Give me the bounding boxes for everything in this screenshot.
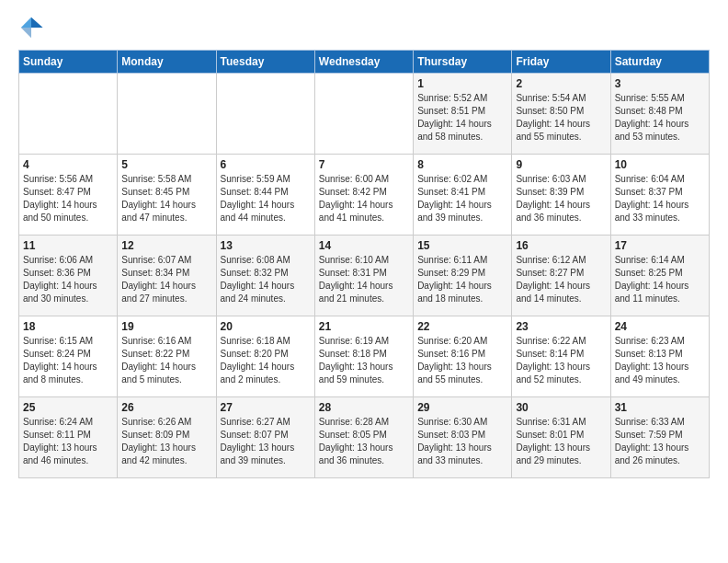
calendar-cell: 13Sunrise: 6:08 AM Sunset: 8:32 PM Dayli… [216, 236, 314, 316]
calendar-cell: 23Sunrise: 6:22 AM Sunset: 8:14 PM Dayli… [512, 316, 610, 397]
calendar-body: 1Sunrise: 5:52 AM Sunset: 8:51 PM Daylig… [19, 74, 710, 478]
day-number: 22 [417, 320, 507, 333]
day-number: 7 [319, 158, 409, 171]
day-info: Sunrise: 6:27 AM Sunset: 8:07 PM Dayligh… [221, 416, 311, 467]
calendar-cell: 8Sunrise: 6:02 AM Sunset: 8:41 PM Daylig… [414, 155, 512, 236]
day-info: Sunrise: 6:16 AM Sunset: 8:22 PM Dayligh… [121, 335, 211, 386]
day-number: 11 [23, 239, 113, 252]
calendar-cell: 30Sunrise: 6:31 AM Sunset: 8:01 PM Dayli… [512, 397, 610, 478]
day-number: 5 [121, 158, 211, 171]
calendar-cell: 10Sunrise: 6:04 AM Sunset: 8:37 PM Dayli… [610, 155, 709, 236]
weekday-header-row: SundayMondayTuesdayWednesdayThursdayFrid… [19, 51, 710, 74]
day-info: Sunrise: 6:31 AM Sunset: 8:01 PM Dayligh… [516, 416, 606, 467]
day-number: 30 [516, 401, 606, 414]
day-info: Sunrise: 6:28 AM Sunset: 8:05 PM Dayligh… [319, 416, 409, 467]
calendar-cell: 12Sunrise: 6:07 AM Sunset: 8:34 PM Dayli… [118, 236, 216, 316]
calendar-cell: 15Sunrise: 6:11 AM Sunset: 8:29 PM Dayli… [414, 236, 512, 316]
calendar-cell: 3Sunrise: 5:55 AM Sunset: 8:48 PM Daylig… [610, 74, 709, 155]
weekday-thursday: Thursday [414, 51, 512, 74]
day-info: Sunrise: 6:02 AM Sunset: 8:41 PM Dayligh… [417, 173, 507, 224]
day-number: 16 [516, 239, 606, 252]
day-number: 23 [516, 320, 606, 333]
calendar-header: SundayMondayTuesdayWednesdayThursdayFrid… [19, 51, 710, 74]
day-number: 26 [121, 401, 211, 414]
day-number: 6 [221, 158, 311, 171]
calendar-cell: 22Sunrise: 6:20 AM Sunset: 8:16 PM Dayli… [414, 316, 512, 397]
day-info: Sunrise: 5:52 AM Sunset: 8:51 PM Dayligh… [417, 92, 507, 144]
day-number: 14 [319, 239, 409, 252]
calendar-cell: 28Sunrise: 6:28 AM Sunset: 8:05 PM Dayli… [314, 397, 413, 478]
day-info: Sunrise: 6:22 AM Sunset: 8:14 PM Dayligh… [516, 335, 606, 386]
calendar-cell: 11Sunrise: 6:06 AM Sunset: 8:36 PM Dayli… [19, 236, 118, 316]
week-row-1: 1Sunrise: 5:52 AM Sunset: 8:51 PM Daylig… [19, 74, 710, 155]
calendar-cell: 2Sunrise: 5:54 AM Sunset: 8:50 PM Daylig… [512, 74, 610, 155]
day-number: 3 [615, 77, 705, 90]
calendar-cell [19, 74, 118, 155]
calendar-cell: 5Sunrise: 5:58 AM Sunset: 8:45 PM Daylig… [118, 155, 216, 236]
calendar-cell: 17Sunrise: 6:14 AM Sunset: 8:25 PM Dayli… [610, 236, 709, 316]
day-info: Sunrise: 6:07 AM Sunset: 8:34 PM Dayligh… [121, 254, 211, 305]
day-number: 10 [615, 158, 705, 171]
day-info: Sunrise: 6:24 AM Sunset: 8:11 PM Dayligh… [23, 416, 113, 467]
calendar-cell: 7Sunrise: 6:00 AM Sunset: 8:42 PM Daylig… [314, 155, 413, 236]
day-info: Sunrise: 6:10 AM Sunset: 8:31 PM Dayligh… [319, 254, 409, 305]
day-number: 31 [615, 401, 705, 414]
day-info: Sunrise: 6:06 AM Sunset: 8:36 PM Dayligh… [23, 254, 113, 305]
day-info: Sunrise: 6:18 AM Sunset: 8:20 PM Dayligh… [221, 335, 311, 386]
svg-marker-1 [21, 17, 31, 28]
logo [18, 15, 48, 40]
calendar-cell [216, 74, 314, 155]
calendar-cell: 24Sunrise: 6:23 AM Sunset: 8:13 PM Dayli… [610, 316, 709, 397]
day-number: 28 [319, 401, 409, 414]
header [18, 15, 710, 40]
calendar-cell: 16Sunrise: 6:12 AM Sunset: 8:27 PM Dayli… [512, 236, 610, 316]
calendar-cell: 1Sunrise: 5:52 AM Sunset: 8:51 PM Daylig… [414, 74, 512, 155]
day-info: Sunrise: 6:00 AM Sunset: 8:42 PM Dayligh… [319, 173, 409, 224]
day-info: Sunrise: 6:03 AM Sunset: 8:39 PM Dayligh… [516, 173, 606, 224]
day-info: Sunrise: 6:12 AM Sunset: 8:27 PM Dayligh… [516, 254, 606, 305]
weekday-tuesday: Tuesday [216, 51, 314, 74]
calendar-cell: 18Sunrise: 6:15 AM Sunset: 8:24 PM Dayli… [19, 316, 118, 397]
day-info: Sunrise: 5:55 AM Sunset: 8:48 PM Dayligh… [615, 92, 705, 144]
week-row-4: 18Sunrise: 6:15 AM Sunset: 8:24 PM Dayli… [19, 316, 710, 397]
calendar-cell: 4Sunrise: 5:56 AM Sunset: 8:47 PM Daylig… [19, 155, 118, 236]
day-number: 29 [417, 401, 507, 414]
week-row-5: 25Sunrise: 6:24 AM Sunset: 8:11 PM Dayli… [19, 397, 710, 478]
logo-icon [18, 15, 44, 40]
day-number: 18 [23, 320, 113, 333]
day-info: Sunrise: 6:26 AM Sunset: 8:09 PM Dayligh… [121, 416, 211, 467]
calendar-cell [118, 74, 216, 155]
calendar-cell: 29Sunrise: 6:30 AM Sunset: 8:03 PM Dayli… [414, 397, 512, 478]
day-number: 27 [221, 401, 311, 414]
weekday-sunday: Sunday [19, 51, 118, 74]
day-info: Sunrise: 6:23 AM Sunset: 8:13 PM Dayligh… [615, 335, 705, 386]
day-number: 13 [221, 239, 311, 252]
page: SundayMondayTuesdayWednesdayThursdayFrid… [0, 0, 728, 563]
day-number: 12 [121, 239, 211, 252]
weekday-monday: Monday [118, 51, 216, 74]
day-info: Sunrise: 5:54 AM Sunset: 8:50 PM Dayligh… [516, 92, 606, 144]
day-info: Sunrise: 6:33 AM Sunset: 7:59 PM Dayligh… [615, 416, 705, 467]
weekday-saturday: Saturday [610, 51, 709, 74]
calendar-cell: 27Sunrise: 6:27 AM Sunset: 8:07 PM Dayli… [216, 397, 314, 478]
calendar-cell: 25Sunrise: 6:24 AM Sunset: 8:11 PM Dayli… [19, 397, 118, 478]
calendar-cell [314, 74, 413, 155]
day-info: Sunrise: 6:04 AM Sunset: 8:37 PM Dayligh… [615, 173, 705, 224]
day-number: 17 [615, 239, 705, 252]
week-row-3: 11Sunrise: 6:06 AM Sunset: 8:36 PM Dayli… [19, 236, 710, 316]
day-number: 1 [417, 77, 507, 90]
svg-marker-0 [31, 17, 43, 28]
day-info: Sunrise: 5:59 AM Sunset: 8:44 PM Dayligh… [221, 173, 311, 224]
day-number: 2 [516, 77, 606, 90]
calendar-cell: 20Sunrise: 6:18 AM Sunset: 8:20 PM Dayli… [216, 316, 314, 397]
week-row-2: 4Sunrise: 5:56 AM Sunset: 8:47 PM Daylig… [19, 155, 710, 236]
day-info: Sunrise: 6:30 AM Sunset: 8:03 PM Dayligh… [417, 416, 507, 467]
calendar-cell: 9Sunrise: 6:03 AM Sunset: 8:39 PM Daylig… [512, 155, 610, 236]
day-number: 25 [23, 401, 113, 414]
calendar-cell: 31Sunrise: 6:33 AM Sunset: 7:59 PM Dayli… [610, 397, 709, 478]
day-number: 20 [221, 320, 311, 333]
weekday-friday: Friday [512, 51, 610, 74]
day-number: 15 [417, 239, 507, 252]
day-info: Sunrise: 6:11 AM Sunset: 8:29 PM Dayligh… [417, 254, 507, 305]
day-info: Sunrise: 6:20 AM Sunset: 8:16 PM Dayligh… [417, 335, 507, 386]
